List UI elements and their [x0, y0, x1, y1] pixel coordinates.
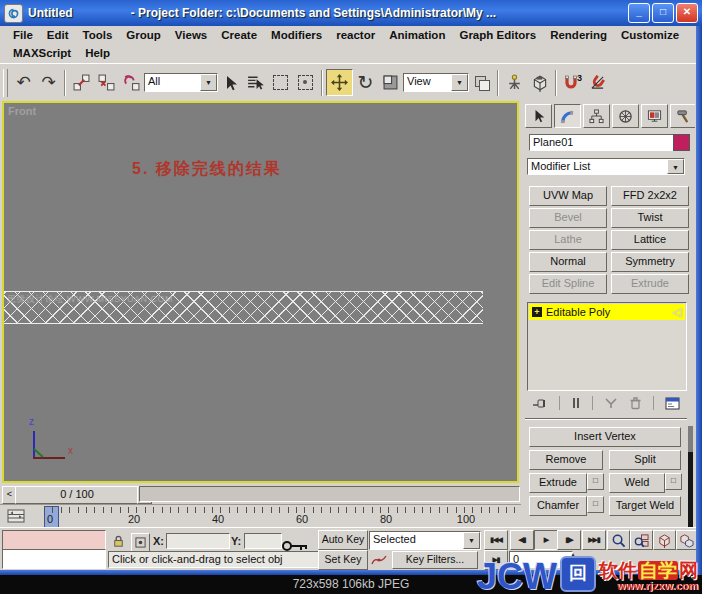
viewport-label[interactable]: Front [8, 105, 36, 117]
modifier-list-dropdown[interactable]: Modifier List ▼ [527, 158, 685, 175]
maxscript-listener-pink[interactable] [2, 530, 106, 550]
menu-help[interactable]: Help [78, 47, 117, 59]
zoom-extents-all-icon[interactable] [676, 530, 697, 550]
y-coordinate-field[interactable] [244, 533, 282, 549]
select-and-move-icon[interactable] [326, 69, 353, 96]
remove-button[interactable]: Remove [529, 450, 603, 470]
rectangular-selection-region-icon[interactable] [268, 70, 293, 95]
keyboard-shortcut-override-icon[interactable] [527, 70, 552, 95]
weld-button[interactable]: Weld [609, 473, 665, 493]
stack-item-editable-poly[interactable]: + Editable Poly ◁ [529, 304, 685, 320]
toolbar-drag-handle[interactable] [3, 69, 8, 97]
object-color-swatch[interactable] [673, 134, 690, 151]
go-to-start-icon[interactable]: ▮◀◀ [484, 530, 508, 550]
menu-group[interactable]: Group [119, 29, 168, 41]
menu-graph-editors[interactable]: Graph Editors [452, 29, 543, 41]
split-button[interactable]: Split [609, 450, 681, 470]
zoom-extents-icon[interactable] [653, 530, 676, 550]
tab-hierarchy[interactable] [583, 104, 610, 128]
selection-set-dropdown[interactable]: Selected ▼ [369, 531, 481, 550]
maxscript-listener-white[interactable] [2, 549, 106, 569]
extrude-button[interactable]: Extrude [529, 473, 587, 493]
chevron-down-icon[interactable]: ▼ [200, 74, 217, 91]
maximize-button[interactable]: □ [652, 3, 674, 23]
menu-file[interactable]: File [6, 29, 40, 41]
frame-spinner[interactable]: ▲ ▼ [568, 551, 578, 567]
x-coordinate-field[interactable] [166, 533, 230, 549]
minimize-button[interactable]: _ [628, 3, 650, 23]
menu-views[interactable]: Views [168, 29, 214, 41]
menu-edit[interactable]: Edit [40, 29, 76, 41]
next-frame-icon[interactable]: ▮▶ [557, 530, 581, 550]
tab-motion[interactable] [612, 104, 639, 128]
key-filters-button[interactable]: Key Filters... [392, 551, 478, 569]
key-mode-toggle-icon[interactable]: ▶▮ [484, 550, 508, 570]
select-by-name-icon[interactable] [243, 70, 268, 95]
menu-rendering[interactable]: Rendering [543, 29, 614, 41]
configure-modifier-sets-icon[interactable] [665, 397, 680, 410]
reference-coordsys-dropdown[interactable]: View ▼ [403, 73, 469, 92]
previous-frame-icon[interactable]: ◀▮ [510, 530, 534, 550]
object-name-field[interactable]: Plane01 [529, 134, 675, 151]
close-button[interactable]: ✕ [676, 3, 698, 23]
modifier-button-normal[interactable]: Normal [529, 252, 607, 272]
select-and-rotate-icon[interactable]: ↻ [353, 70, 378, 95]
spinner-down-icon[interactable]: ▼ [568, 561, 578, 567]
menu-maxscript[interactable]: MAXScript [6, 47, 78, 59]
menu-reactor[interactable]: reactor [329, 29, 382, 41]
tab-utilities[interactable] [670, 104, 695, 128]
modifier-button-lattice[interactable]: Lattice [611, 230, 689, 250]
select-object-icon[interactable] [218, 70, 243, 95]
scrollbar-thumb[interactable] [688, 426, 693, 452]
extrude-settings-icon[interactable]: □ [587, 473, 604, 490]
menu-animation[interactable]: Animation [382, 29, 452, 41]
chevron-down-icon[interactable]: ▼ [667, 159, 684, 174]
chevron-down-icon[interactable]: ▼ [463, 532, 480, 549]
set-key-button[interactable]: Set Key [318, 550, 368, 570]
tab-display[interactable] [641, 104, 668, 128]
mini-curve-editor-icon[interactable] [7, 508, 25, 524]
target-weld-button[interactable]: Target Weld [609, 496, 681, 516]
weld-settings-icon[interactable]: □ [665, 473, 682, 490]
zoom-all-icon[interactable] [630, 530, 653, 550]
show-end-result-icon[interactable] [571, 396, 581, 410]
selection-filter-dropdown[interactable]: All ▼ [144, 73, 218, 92]
play-button-icon[interactable]: ▶ [534, 530, 558, 550]
spinner-up-icon[interactable]: ▲ [568, 551, 578, 557]
select-and-scale-icon[interactable] [378, 70, 403, 95]
auto-key-button[interactable]: Auto Key [318, 530, 368, 550]
redo-icon[interactable]: ↷ [36, 70, 61, 95]
make-unique-icon[interactable] [604, 396, 618, 410]
time-slider[interactable]: 0 / 100 [15, 486, 139, 504]
unlink-selection-icon[interactable] [94, 70, 119, 95]
time-slider-track[interactable] [139, 486, 520, 502]
stack-expand-icon[interactable]: + [532, 307, 542, 317]
chevron-down-icon[interactable]: ▼ [451, 74, 468, 91]
default-in-out-tangent-icon[interactable] [369, 551, 389, 567]
remove-modifier-icon[interactable] [629, 396, 642, 410]
viewport-front[interactable]: Front 5. 移除完线的结果 思缘设计论坛 WWW.MISSYUAN.COM… [2, 101, 519, 483]
pin-stack-icon[interactable] [532, 396, 548, 410]
menu-modifiers[interactable]: Modifiers [264, 29, 329, 41]
undo-icon[interactable]: ↶ [11, 70, 36, 95]
current-frame-field[interactable]: 0 [509, 551, 573, 568]
use-pivot-center-icon[interactable] [469, 70, 494, 95]
modifier-button-uvw-map[interactable]: UVW Map [529, 186, 607, 206]
track-bar[interactable]: 0 20 40 60 80 100 [0, 504, 521, 528]
chamfer-button[interactable]: Chamfer [529, 496, 587, 516]
chamfer-settings-icon[interactable]: □ [587, 496, 604, 513]
select-and-manipulate-icon[interactable] [502, 70, 527, 95]
bind-to-spacewarp-icon[interactable] [119, 70, 144, 95]
modifier-button-twist[interactable]: Twist [611, 208, 689, 228]
zoom-icon[interactable] [607, 530, 630, 550]
selection-lock-icon[interactable] [110, 533, 127, 550]
modifier-button-symmetry[interactable]: Symmetry [611, 252, 689, 272]
insert-vertex-button[interactable]: Insert Vertex [529, 427, 681, 447]
angle-snap-icon[interactable] [585, 70, 610, 95]
absolute-mode-icon[interactable] [131, 533, 150, 552]
panel-scrollbar[interactable] [688, 426, 693, 527]
tab-create[interactable] [525, 104, 552, 128]
select-and-link-icon[interactable] [69, 70, 94, 95]
go-to-end-icon[interactable]: ▶▶▮ [582, 530, 606, 550]
menu-customize[interactable]: Customize [614, 29, 686, 41]
